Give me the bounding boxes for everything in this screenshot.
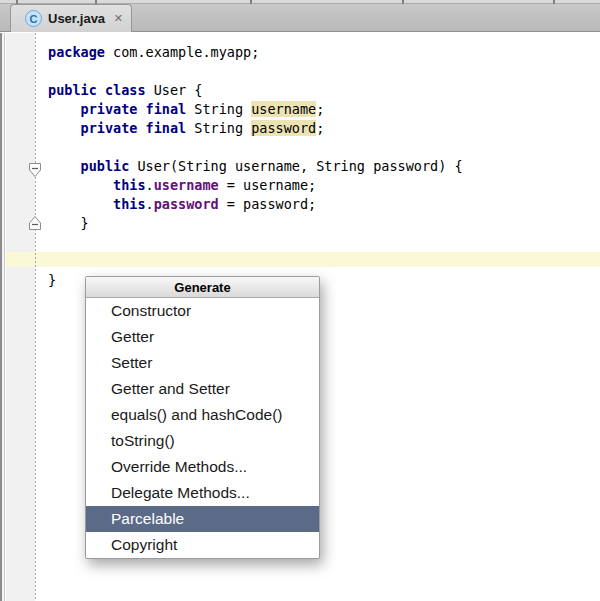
menu-item-parcelable[interactable]: Parcelable [86,506,319,532]
popup-item-list: ConstructorGetterSetterGetter and Setter… [86,298,319,558]
menu-item-tostring[interactable]: toString() [86,428,319,454]
menu-item-getter-and-setter[interactable]: Getter and Setter [86,376,319,402]
code-line[interactable]: public class User { [36,81,600,100]
menu-item-getter[interactable]: Getter [86,324,319,350]
fold-collapse-end-icon[interactable] [28,215,42,231]
generate-popup: Generate ConstructorGetterSetterGetter a… [85,276,320,559]
code-line[interactable]: private final String username; [36,100,600,119]
code-line[interactable]: this.password = password; [36,195,600,214]
java-class-icon: C [25,10,42,27]
editor-tab-bar: C User.java ✕ [0,0,600,32]
code-line[interactable] [36,62,600,81]
menu-item-delegate-methods[interactable]: Delegate Methods... [86,480,319,506]
code-editor[interactable]: package com.example.myapp;public class U… [0,33,600,601]
menu-item-copyright[interactable]: Copyright [86,532,319,558]
code-line[interactable] [36,233,600,252]
fold-guide-line [35,33,36,601]
tab-close-icon[interactable]: ✕ [114,13,123,24]
code-line[interactable]: package com.example.myapp; [36,43,600,62]
editor-gutter [6,33,35,601]
code-line[interactable]: public User(String username, String pass… [36,157,600,176]
menu-item-setter[interactable]: Setter [86,350,319,376]
code-line[interactable]: private final String password; [36,119,600,138]
tab-user-java[interactable]: C User.java ✕ [10,4,132,32]
menu-item-override-methods[interactable]: Override Methods... [86,454,319,480]
code-lines[interactable]: package com.example.myapp;public class U… [36,43,600,290]
code-line[interactable] [36,252,600,271]
menu-item-equals-and-hashcode[interactable]: equals() and hashCode() [86,402,319,428]
gutter-margin [2,33,5,601]
toolbar-tick [250,0,252,4]
code-line[interactable] [36,138,600,157]
tab-title: User.java [48,11,105,26]
fold-collapse-start-icon[interactable] [28,162,42,178]
code-line[interactable]: this.username = username; [36,176,600,195]
generate-popup-title: Generate [86,277,319,298]
toolbar-tick [402,0,404,4]
ide-window: C User.java ✕ package com.example.myapp;… [0,0,600,601]
code-line[interactable]: } [36,214,600,233]
menu-item-constructor[interactable]: Constructor [86,298,319,324]
toolbar-tick [553,0,555,4]
